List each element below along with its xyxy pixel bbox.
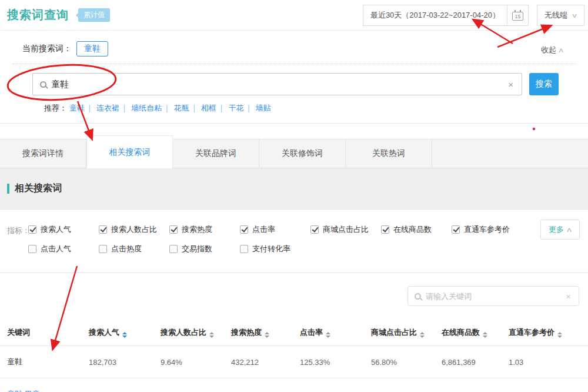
search-icon <box>415 293 421 300</box>
value-cell: 56.80% <box>371 346 442 378</box>
col-ctr: 点击率 <box>300 321 371 346</box>
metrics-area: 指标： 搜索人气 搜索人数占比 搜索热度 点击率 商城点击占比 在线商品数 直通… <box>0 210 588 273</box>
tab-related-search-terms[interactable]: 相关搜索词 <box>86 135 173 168</box>
recommend-label: 推荐： <box>44 104 67 112</box>
page-title: 搜索词查询 <box>7 7 69 23</box>
col-search-heat: 搜索热度 <box>231 321 300 346</box>
page-header: 搜索词查询 累计值 最近30天（2017-03-22~2017-04-20） 1… <box>0 0 588 31</box>
checkbox-icon[interactable] <box>310 225 319 234</box>
sort-icon[interactable] <box>265 332 269 338</box>
search-input[interactable] <box>51 79 507 89</box>
calendar-button[interactable]: 15 <box>507 5 528 25</box>
section-title: 相关搜索词 <box>7 182 588 195</box>
annotation-dot <box>533 128 536 131</box>
header-controls: 最近30天（2017-03-22~2017-04-20） 15 无线端 ∨ <box>363 5 584 26</box>
table-row: 童鞋 182,703 9.64% 432,212 125.33% 56.80% … <box>0 346 588 378</box>
value-cell: 7.06% <box>161 378 231 392</box>
metric-payment-conversion[interactable]: 支付转化率 <box>240 244 290 254</box>
sort-icon[interactable] <box>420 332 425 338</box>
recommend-link[interactable]: 墙纸自粘 <box>131 104 172 112</box>
section-title-bar <box>7 184 9 194</box>
value-cell: 378,273 <box>231 378 300 392</box>
checkbox-icon[interactable] <box>99 225 107 234</box>
checkbox-icon[interactable] <box>240 245 248 253</box>
metric-click-heat[interactable]: 点击热度 <box>99 244 169 254</box>
recommend-link[interactable]: 墙贴 <box>256 104 271 112</box>
recommend-link[interactable]: 连衣裙 <box>96 104 129 112</box>
tab-related-brand-terms[interactable]: 关联品牌词 <box>173 139 259 168</box>
recommend-link[interactable]: 相框 <box>201 104 226 112</box>
col-search-popularity: 搜索人气 <box>89 321 161 346</box>
search-button[interactable]: 搜索 <box>529 73 559 95</box>
metric-search-heat[interactable]: 搜索热度 <box>169 224 240 235</box>
collapse-label: 收起 <box>541 45 556 54</box>
section-band: 相关搜索词 <box>0 168 588 210</box>
terminal-dropdown[interactable]: 无线端 ∨ <box>537 5 584 26</box>
sort-icon[interactable] <box>483 332 487 338</box>
recommend-link[interactable]: 干花 <box>228 104 253 112</box>
terminal-label: 无线端 <box>544 10 567 21</box>
metric-ctr[interactable]: 点击率 <box>240 224 310 235</box>
checkbox-icon[interactable] <box>452 225 460 234</box>
sort-icon[interactable] <box>326 332 330 338</box>
checkbox-icon[interactable] <box>169 225 178 234</box>
value-cell: 125.33% <box>300 346 371 378</box>
query-panel: 当前搜索词： 童鞋 收起∧ × 搜索 推荐： 童鞋 连衣裙 墙纸自粘 花瓶 相框… <box>0 31 588 124</box>
col-searcher-share: 搜索人数占比 <box>161 321 231 346</box>
value-cell: 1.43 <box>509 378 588 392</box>
tab-related-hot-terms[interactable]: 关联热词 <box>346 139 432 168</box>
date-range-text[interactable]: 最近30天（2017-03-22~2017-04-20） <box>363 5 507 25</box>
search-icon <box>40 81 46 88</box>
metric-online-items[interactable]: 在线商品数 <box>381 224 452 235</box>
metrics-row-2: 点击人气 点击热度 交易指数 支付转化率 <box>28 244 581 254</box>
checkbox-icon[interactable] <box>169 245 178 253</box>
value-cell: 432,212 <box>231 346 300 378</box>
checkbox-icon[interactable] <box>28 245 36 253</box>
value-cell: 1.03 <box>509 346 588 378</box>
table-header-row: 关键词 搜索人气 搜索人数占比 搜索热度 点击率 商城点击占比 在线商品数 直通… <box>0 321 588 346</box>
collapse-toggle[interactable]: 收起∧ <box>541 45 563 55</box>
results-table: 关键词 搜索人气 搜索人数占比 搜索热度 点击率 商城点击占比 在线商品数 直通… <box>0 321 588 392</box>
sort-icon[interactable] <box>122 332 127 338</box>
recommend-link[interactable]: 童鞋 <box>69 104 95 112</box>
metric-ztc-ref-price[interactable]: 直通车参考价 <box>452 224 510 235</box>
value-cell: 6,861,369 <box>442 346 509 378</box>
keyword-filter-input[interactable] <box>426 292 564 301</box>
metric-mall-click-share[interactable]: 商城点击占比 <box>310 224 381 235</box>
current-term-label: 当前搜索词： <box>22 44 72 54</box>
metric-trade-index[interactable]: 交易指数 <box>169 244 240 254</box>
metrics-label: 指标： <box>7 225 30 236</box>
dotted-divider <box>12 64 576 64</box>
col-ztc-ref-price: 直通车参考价 <box>509 321 588 346</box>
checkbox-icon[interactable] <box>381 225 389 234</box>
value-cell: 182,703 <box>89 346 161 378</box>
clear-icon[interactable]: × <box>564 291 572 301</box>
more-button[interactable]: 更多∧ <box>540 220 580 240</box>
checkbox-icon[interactable] <box>28 225 36 234</box>
value-cell: 63.79% <box>371 378 442 392</box>
checkbox-icon[interactable] <box>240 225 248 234</box>
table-row: 童鞋 男童 152,796 7.06% 378,273 106.49% 63.7… <box>0 378 588 392</box>
current-term-button[interactable]: 童鞋 <box>76 41 108 57</box>
sort-icon[interactable] <box>557 332 562 338</box>
date-range-picker[interactable]: 最近30天（2017-03-22~2017-04-20） 15 <box>363 5 529 26</box>
filter-row: × <box>0 273 588 306</box>
clear-icon[interactable]: × <box>507 79 514 89</box>
section-title-text: 相关搜索词 <box>15 182 62 195</box>
tab-search-term-detail[interactable]: 搜索词详情 <box>0 139 86 168</box>
checkbox-icon[interactable] <box>99 245 107 253</box>
search-row: × 搜索 <box>32 73 588 95</box>
tab-related-modifier-terms[interactable]: 关联修饰词 <box>259 139 346 168</box>
recommend-row: 推荐： 童鞋 连衣裙 墙纸自粘 花瓶 相框 干花 墙贴 <box>44 103 588 114</box>
metric-click-popularity[interactable]: 点击人气 <box>28 244 99 254</box>
sort-icon[interactable] <box>209 332 214 338</box>
chevron-up-icon: ∧ <box>566 226 572 234</box>
recommend-link[interactable]: 花瓶 <box>174 104 199 112</box>
keyword-cell[interactable]: 童鞋 男童 <box>0 378 89 392</box>
col-keyword: 关键词 <box>0 321 89 346</box>
metric-searcher-share[interactable]: 搜索人数占比 <box>99 224 169 235</box>
metrics-grid: 搜索人气 搜索人数占比 搜索热度 点击率 商城点击占比 在线商品数 直通车参考价… <box>28 224 581 254</box>
value-cell: 3,632,136 <box>442 378 509 392</box>
keyword-cell[interactable]: 童鞋 <box>0 346 89 378</box>
metric-search-popularity[interactable]: 搜索人气 <box>28 224 99 235</box>
